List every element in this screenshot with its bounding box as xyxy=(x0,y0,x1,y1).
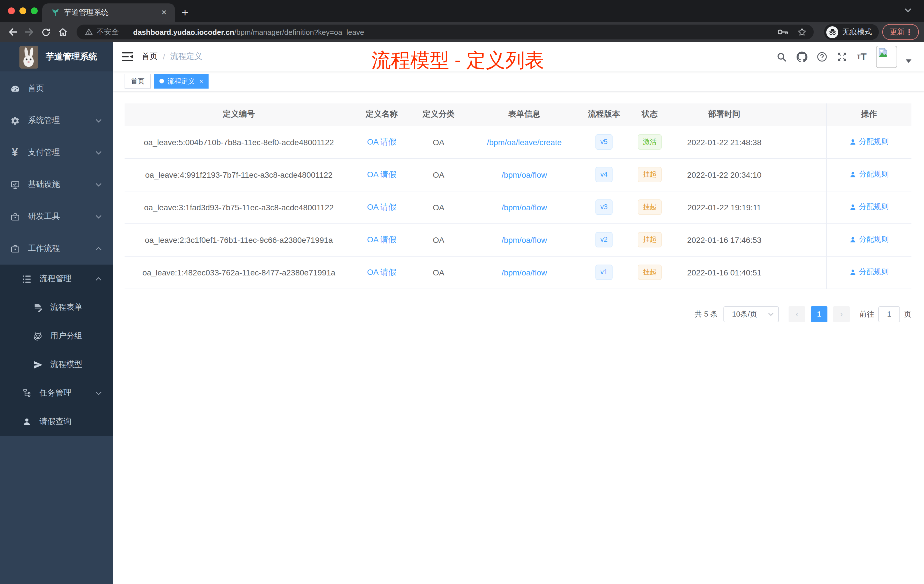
navbar-actions: TT xyxy=(776,42,911,71)
list-icon xyxy=(22,274,32,284)
form-link[interactable]: /bpm/oa/leave/create xyxy=(487,137,562,147)
refresh-icon[interactable] xyxy=(41,27,51,37)
cell-deploy-time: 2022-01-22 20:34:10 xyxy=(673,158,776,191)
avatar-caret-icon[interactable] xyxy=(906,59,911,63)
sidebar-item-label: 系统管理 xyxy=(28,115,60,126)
sidebar-item-system[interactable]: 系统管理 xyxy=(0,105,113,137)
sidebar-item-label: 任务管理 xyxy=(40,388,71,398)
definition-name-link[interactable]: OA 请假 xyxy=(367,137,396,146)
assign-rule-link[interactable]: 分配规则 xyxy=(850,137,889,147)
url-text[interactable]: dashboard.yudao.iocoder.cn/bpm/manager/d… xyxy=(133,28,364,36)
form-link[interactable]: /bpm/oa/flow xyxy=(502,203,547,212)
paper-plane-icon xyxy=(33,360,43,370)
sidebar-item-payment[interactable]: ¥ 支付管理 xyxy=(0,137,113,168)
github-icon[interactable] xyxy=(796,51,807,63)
version-tag[interactable]: v1 xyxy=(595,265,612,280)
sidebar-item-user-group[interactable]: 用户分组 xyxy=(0,322,113,350)
forward-icon[interactable] xyxy=(25,27,34,36)
password-key-icon[interactable] xyxy=(777,28,788,35)
navbar: 首页 / 流程定义 流程模型 - 定义列表 xyxy=(113,42,924,71)
browser-update-button[interactable]: 更新 ⋮ xyxy=(882,24,919,40)
col-gutter xyxy=(776,104,826,126)
sidebar-item-process-model[interactable]: 流程模型 xyxy=(0,350,113,379)
tab-search-chevron-icon[interactable] xyxy=(904,8,911,13)
version-tag[interactable]: v2 xyxy=(595,232,612,247)
incognito-label: 无痕模式 xyxy=(842,27,872,37)
prev-page-button[interactable]: ‹ xyxy=(789,306,805,322)
update-label[interactable]: 更新 xyxy=(890,27,904,37)
tab-close-icon[interactable]: ✕ xyxy=(159,8,169,16)
chevron-up-icon xyxy=(96,277,102,281)
sidebar-item-devtools[interactable]: 研发工具 xyxy=(0,201,113,233)
back-icon[interactable] xyxy=(8,27,18,36)
workspace: 首页 / 流程定义 流程模型 - 定义列表 xyxy=(113,42,924,584)
sidebar-fold-icon[interactable] xyxy=(122,51,133,62)
page-size-select[interactable]: 10条/页 xyxy=(723,306,779,322)
chevron-down-icon xyxy=(96,215,102,219)
assign-rule-link[interactable]: 分配规则 xyxy=(850,234,889,245)
workflow-submenu: 流程管理 流程表单 用户分组 xyxy=(0,265,113,436)
form-link[interactable]: /bpm/oa/flow xyxy=(502,170,547,179)
table-row: oa_leave:2:3c1f0ef1-76b1-11ec-9c66-a2380… xyxy=(125,223,911,256)
zoom-window-button[interactable] xyxy=(31,7,38,14)
col-definition-name: 定义名称 xyxy=(353,104,410,126)
browser-menu-dots-icon[interactable]: ⋮ xyxy=(905,27,913,36)
sidebar-item-workflow[interactable]: 工作流程 xyxy=(0,233,113,265)
page-size-value: 10条/页 xyxy=(732,309,757,319)
insecure-warning-icon xyxy=(84,28,93,36)
breadcrumb-home[interactable]: 首页 xyxy=(142,51,158,62)
assign-rule-link[interactable]: 分配规则 xyxy=(850,202,889,212)
home-icon[interactable] xyxy=(58,27,68,37)
chevron-down-icon xyxy=(96,183,102,187)
sidebar-item-leave-query[interactable]: 请假查询 xyxy=(0,407,113,436)
help-icon[interactable] xyxy=(816,51,827,63)
assign-rule-link[interactable]: 分配规则 xyxy=(850,267,889,277)
sidebar-item-label: 用户分组 xyxy=(50,331,82,341)
robot-face-icon xyxy=(33,331,43,341)
search-icon[interactable] xyxy=(776,51,787,63)
definition-name-link[interactable]: OA 请假 xyxy=(367,170,396,178)
tag-process-definition[interactable]: 流程定义 × xyxy=(154,74,209,89)
screen: 芋道管理系统 ✕ + 不安全 dashboard.yudao.iocoder.c… xyxy=(0,0,924,584)
definition-name-link[interactable]: OA 请假 xyxy=(367,202,396,211)
definition-name-link[interactable]: OA 请假 xyxy=(367,234,396,244)
minimize-window-button[interactable] xyxy=(20,7,26,14)
table-row: oa_leave:1:482ec033-762a-11ec-8477-a2380… xyxy=(125,256,911,289)
bookmark-star-icon[interactable] xyxy=(797,27,807,36)
pagination: 共 5 条 10条/页 ‹ 1 › 前往 页 xyxy=(125,306,911,322)
next-page-button[interactable]: › xyxy=(833,306,850,322)
definition-name-link[interactable]: OA 请假 xyxy=(367,267,396,276)
tag-home[interactable]: 首页 xyxy=(125,74,151,89)
sidebar-item-home[interactable]: 首页 xyxy=(0,73,113,105)
page-1-button[interactable]: 1 xyxy=(811,306,827,322)
sidebar-item-process-management[interactable]: 流程管理 xyxy=(0,265,113,293)
form-link[interactable]: /bpm/oa/flow xyxy=(502,235,547,244)
active-dot xyxy=(159,79,164,83)
form-link[interactable]: /bpm/oa/flow xyxy=(502,268,547,277)
cell-gutter xyxy=(776,191,826,223)
status-tag: 挂起 xyxy=(638,200,662,215)
sidebar-item-process-form[interactable]: 流程表单 xyxy=(0,293,113,322)
address-bar[interactable]: 不安全 dashboard.yudao.iocoder.cn/bpm/manag… xyxy=(77,25,814,40)
sidebar-item-task-management[interactable]: 任务管理 xyxy=(0,379,113,407)
assign-rule-label: 分配规则 xyxy=(859,267,889,277)
cell-definition-id: oa_leave:3:1fad3d93-7b75-11ec-a3c8-acde4… xyxy=(125,191,353,223)
avatar[interactable] xyxy=(876,46,897,68)
new-tab-button[interactable]: + xyxy=(182,5,188,21)
tag-close-icon[interactable]: × xyxy=(200,78,203,84)
breadcrumb: 首页 / 流程定义 xyxy=(142,51,202,62)
sidebar-logo[interactable]: 芋道管理系统 xyxy=(0,42,113,71)
font-size-icon[interactable]: TT xyxy=(856,51,868,63)
version-tag[interactable]: v3 xyxy=(595,200,612,215)
sidebar-item-label: 支付管理 xyxy=(28,147,60,158)
browser-tab[interactable]: 芋道管理系统 ✕ xyxy=(42,3,175,22)
goto-page-input[interactable] xyxy=(878,306,900,322)
version-tag[interactable]: v4 xyxy=(595,167,612,182)
sidebar-item-infrastructure[interactable]: 基础设施 xyxy=(0,168,113,201)
insecure-label[interactable]: 不安全 xyxy=(97,27,119,37)
close-window-button[interactable] xyxy=(8,7,15,14)
breadcrumb-current: 流程定义 xyxy=(170,51,202,62)
assign-rule-link[interactable]: 分配规则 xyxy=(850,170,889,180)
fullscreen-icon[interactable] xyxy=(836,51,847,63)
version-tag[interactable]: v5 xyxy=(595,134,612,150)
